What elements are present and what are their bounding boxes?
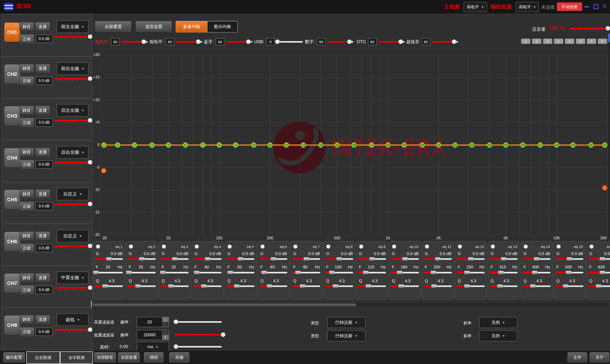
sidebar-scrollbar[interactable] <box>91 301 92 308</box>
slider-handle[interactable] <box>221 333 225 337</box>
eq-point-22[interactable]: 22 <box>453 143 458 148</box>
channel-phase-button[interactable]: 正相 <box>19 327 34 337</box>
slider-handle[interactable] <box>246 39 250 44</box>
channel-bypass-button[interactable]: 直通 <box>35 273 50 282</box>
channel-bypass-button[interactable]: 直通 <box>35 106 50 115</box>
toolbar-button-1[interactable]: 全部重置 <box>95 21 131 32</box>
channel-button-ch1[interactable]: CH1 <box>4 22 20 42</box>
channel-type-dropdown[interactable]: 后左全频▼ <box>57 104 89 117</box>
filter-marker-l[interactable]: L <box>602 185 607 191</box>
slider-handle[interactable] <box>102 284 108 288</box>
eq-gain-slider[interactable] <box>128 257 156 261</box>
slider-handle[interactable] <box>363 271 369 274</box>
spin-down-icon[interactable]: ▼ <box>162 335 169 340</box>
channel-mute-button[interactable]: 静音 <box>19 64 34 73</box>
bypass-all-button[interactable]: 全部直通 <box>118 352 140 362</box>
eq-point-3[interactable]: 3 <box>132 143 137 148</box>
eq-point-6[interactable]: 6 <box>183 143 188 148</box>
aux-source-dropdown[interactable]: 高电平 ▼ <box>516 2 539 12</box>
eq-point-17[interactable]: 17 <box>369 143 374 148</box>
eq-freq-slider[interactable] <box>161 270 189 275</box>
preset-button-6[interactable]: 6 <box>576 39 585 44</box>
eq-point-9[interactable]: 9 <box>233 143 238 148</box>
delay-slider[interactable] <box>175 344 222 349</box>
channel-bypass-button[interactable]: 直通 <box>35 315 50 324</box>
eq-band-indicator[interactable] <box>129 245 133 249</box>
eq-band-indicator[interactable] <box>293 245 298 249</box>
lr-link-button[interactable]: 左右联调 <box>26 351 60 364</box>
output-config-button[interactable]: 输出配置 <box>3 352 25 362</box>
filter-marker-h[interactable]: H <box>101 168 106 173</box>
eq-point-12[interactable]: 12 <box>284 143 289 148</box>
toolbar-button-4[interactable]: 图示均衡 <box>207 21 238 32</box>
eq-freq-slider[interactable] <box>457 270 485 275</box>
eq-point-19[interactable]: 19 <box>402 143 407 148</box>
eq-band-indicator[interactable] <box>491 245 495 249</box>
channel-bypass-button[interactable]: 直通 <box>35 64 50 73</box>
eq-gain-slider[interactable] <box>358 257 386 261</box>
slider-handle[interactable] <box>530 284 536 288</box>
slider-handle[interactable] <box>435 257 441 261</box>
eq-point-7[interactable]: 7 <box>200 143 206 148</box>
spin-up-icon[interactable]: ▲ <box>162 317 169 322</box>
preset-button-2[interactable]: 2 <box>532 39 541 44</box>
slider-handle[interactable] <box>93 271 99 274</box>
eq-freq-slider[interactable] <box>556 270 583 275</box>
channel-mute-button[interactable]: 静音 <box>19 315 34 324</box>
eq-freq-slider[interactable] <box>523 270 550 275</box>
eq-band-indicator[interactable] <box>326 245 330 249</box>
eq-freq-slider[interactable] <box>95 270 123 275</box>
eq-band-indicator[interactable] <box>162 245 166 249</box>
slider-handle[interactable] <box>398 284 404 288</box>
slider-handle[interactable] <box>174 320 178 324</box>
preset-button-1[interactable]: 1 <box>521 39 530 44</box>
input-level-slider[interactable] <box>277 39 303 44</box>
channel-type-dropdown[interactable]: 前左全频▼ <box>57 21 89 33</box>
eq-q-slider[interactable] <box>490 284 518 288</box>
slider-handle[interactable] <box>333 284 338 288</box>
slider-handle[interactable] <box>599 257 605 261</box>
minimize-icon[interactable] <box>584 6 589 7</box>
preset-button-4[interactable]: 4 <box>554 39 563 44</box>
file-button[interactable]: 文件 <box>568 352 587 362</box>
slider-handle[interactable] <box>532 271 538 274</box>
eq-band-indicator[interactable] <box>195 245 199 249</box>
eq-band-indicator[interactable] <box>392 245 396 249</box>
slider-handle[interactable] <box>295 271 301 274</box>
slider-handle[interactable] <box>464 284 470 288</box>
spin-up-icon[interactable]: ▲ <box>162 330 169 335</box>
channel-button-ch2[interactable]: CH2 <box>4 64 20 84</box>
slider-handle[interactable] <box>365 284 371 288</box>
eq-q-slider[interactable] <box>161 284 189 288</box>
slider-handle[interactable] <box>431 284 437 288</box>
eq-q-slider[interactable] <box>260 284 287 288</box>
eq-freq-slider[interactable] <box>391 270 419 275</box>
channel-button-ch3[interactable]: CH3 <box>4 106 20 126</box>
mute-all-button[interactable]: 全部静音 <box>94 352 116 362</box>
channel-mute-button[interactable]: 静音 <box>19 190 34 199</box>
eq-point-24[interactable]: 24 <box>487 143 492 148</box>
channel-mute-button[interactable]: 静音 <box>19 148 34 157</box>
eq-gain-slider[interactable] <box>292 257 320 261</box>
channel-phase-button[interactable]: 正相 <box>19 202 34 211</box>
slider-handle[interactable] <box>227 271 233 274</box>
preset-button-7[interactable]: 7 <box>587 39 596 44</box>
eq-gain-slider[interactable] <box>161 257 189 261</box>
eq-freq-slider[interactable] <box>325 270 353 275</box>
main-scrollbar-thumb[interactable] <box>608 33 610 42</box>
eq-freq-slider[interactable] <box>490 270 518 275</box>
manual-connect-button[interactable]: 手动连接 <box>557 2 582 11</box>
hamburger-menu-icon[interactable] <box>4 3 13 11</box>
eq-q-slider[interactable] <box>292 284 320 288</box>
eq-gain-slider[interactable] <box>424 257 452 261</box>
eq-point-1[interactable]: 1 <box>101 143 106 148</box>
channel-bypass-button[interactable]: 直通 <box>35 148 50 157</box>
channel-phase-button[interactable]: 正相 <box>19 244 34 253</box>
recall-button[interactable]: 调用 <box>144 352 164 362</box>
channel-bypass-button[interactable]: 直通 <box>35 190 50 199</box>
slider-handle[interactable] <box>347 39 351 44</box>
eq-point-13[interactable]: 13 <box>301 143 306 148</box>
channel-button-ch8[interactable]: CH8 <box>4 315 20 335</box>
channel-type-dropdown[interactable]: 后右全频▼ <box>57 146 89 158</box>
eq-point-26[interactable]: 26 <box>520 143 525 148</box>
